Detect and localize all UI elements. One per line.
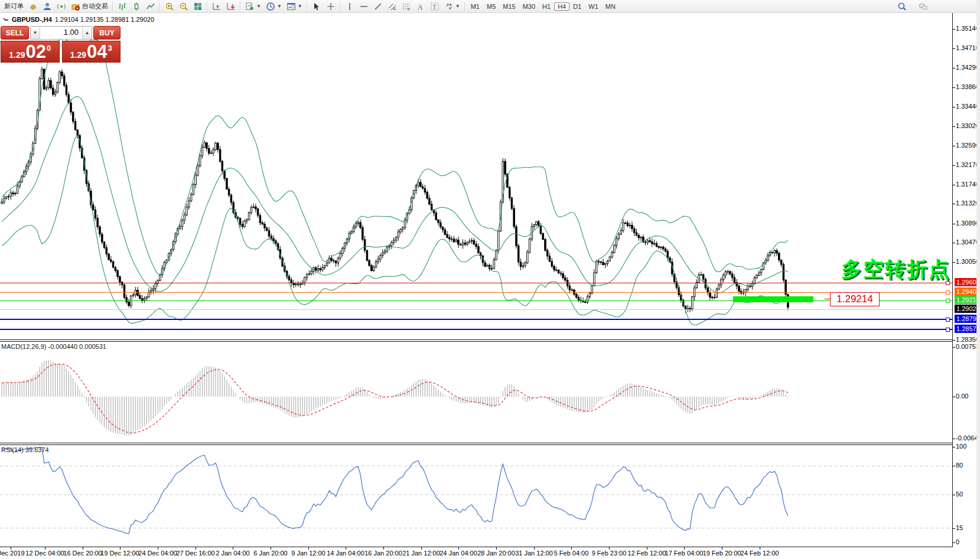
tab-timeframe-h1[interactable]: H1 — [539, 2, 554, 11]
zoom-out-icon[interactable] — [177, 1, 191, 12]
tab-timeframe-m30[interactable]: M30 — [519, 2, 539, 11]
time-tick-label: 6 Jan 20:00 — [253, 550, 288, 557]
main-toolbar: 新订单 自动交易 — [0, 0, 980, 13]
gold-bars-icon[interactable] — [26, 1, 40, 12]
time-axis-tick — [158, 547, 158, 550]
text-label-icon[interactable]: T — [428, 1, 442, 12]
rsi-panel[interactable] — [0, 444, 980, 546]
buy-price-small: 1.29 — [70, 50, 86, 60]
highlight-rectangle[interactable] — [733, 296, 813, 302]
time-axis-tick — [120, 547, 121, 550]
volume-control: ▼ 1.00 ▲ — [30, 26, 92, 40]
zoom-in-icon[interactable] — [162, 1, 177, 12]
time-tick-label: 31 Jan 12:00 — [515, 550, 553, 557]
volume-increase-button[interactable]: ▲ — [82, 27, 92, 39]
time-tick-label: Dec 2019 — [0, 550, 25, 557]
time-tick-label: 9 Feb 23:00 — [592, 550, 627, 557]
bar-chart-icon[interactable] — [115, 1, 129, 12]
time-axis-tick — [722, 547, 722, 550]
time-axis-tick — [233, 547, 233, 550]
buy-button[interactable]: BUY — [93, 26, 121, 40]
price-label-box[interactable]: 1.29214 — [830, 292, 880, 306]
svg-text:T: T — [432, 4, 436, 10]
time-axis-tick — [534, 547, 535, 550]
time-tick-label: 19 Feb 20:00 — [703, 550, 741, 557]
price-label-anchor — [825, 299, 830, 299]
auto-trading-button[interactable]: 自动交易 — [69, 1, 110, 12]
time-axis-tick — [83, 547, 83, 550]
sell-price-panel[interactable]: 1.29 02 0 — [1, 41, 60, 63]
time-axis-tick — [647, 547, 647, 550]
signal-icon[interactable] — [54, 1, 69, 12]
horizontal-line-icon[interactable] — [357, 1, 371, 12]
line-chart-icon[interactable] — [144, 1, 158, 12]
time-tick-label: 24 Jan 04:00 — [439, 550, 477, 557]
profiles-button[interactable]: ▼ — [263, 1, 284, 12]
time-axis-tick — [609, 547, 610, 550]
tab-timeframe-mn[interactable]: MN — [602, 2, 619, 11]
time-tick-label: 24 Dec 04:00 — [138, 550, 177, 557]
mt4-window: 新订单 自动交易 — [0, 0, 980, 559]
time-axis-tick — [196, 547, 196, 550]
sell-button[interactable]: SELL — [1, 26, 29, 40]
buy-price-panel[interactable]: 1.29 04 3 — [62, 41, 121, 63]
time-tick-label: 5 Feb 04:00 — [554, 550, 589, 557]
cursor-icon[interactable] — [310, 1, 324, 12]
symbol-period-label: GBPUSD-,H4 — [12, 16, 52, 23]
time-axis-tick — [571, 547, 572, 550]
main-chart[interactable] — [0, 13, 980, 341]
chat-icon[interactable] — [919, 2, 928, 11]
main-macd-divider2 — [0, 341, 953, 342]
new-order-button[interactable]: 新订单 — [2, 1, 26, 12]
tab-timeframe-d1[interactable]: D1 — [569, 2, 585, 11]
vertical-line-icon[interactable] — [343, 1, 357, 12]
time-tick-label: 9 Jan 12:00 — [291, 550, 325, 557]
time-tick-label: 16 Dec 20:00 — [63, 550, 102, 557]
tab-timeframe-m1[interactable]: M1 — [467, 2, 483, 11]
tab-timeframe-m15[interactable]: M15 — [499, 2, 519, 11]
new-order-label: 新订单 — [4, 2, 24, 11]
macd-label: MACD(12,26,9) -0.000440 0.000531 — [1, 343, 106, 350]
chart-annotation-text[interactable]: 多空转折点 — [841, 256, 950, 283]
buy-price-big: 04 — [87, 43, 107, 61]
indicators-button[interactable]: ▼ — [284, 1, 305, 12]
fibonacci-icon[interactable]: F — [399, 1, 414, 12]
time-axis-tick — [458, 547, 459, 550]
volume-decrease-button[interactable]: ▼ — [31, 27, 40, 39]
sell-price-sup: 0 — [47, 44, 51, 53]
time-tick-label: 2 Jan 04:00 — [216, 550, 250, 557]
crosshair-icon[interactable] — [324, 1, 338, 12]
time-axis-tick — [11, 547, 11, 550]
time-tick-label: 21 Jan 12:00 — [402, 550, 440, 557]
new-chart-button[interactable]: ▼ — [243, 1, 263, 12]
rsi-label: RSI(14) 39.6374 — [1, 446, 49, 453]
chart-shift-icon[interactable] — [210, 1, 224, 12]
candlestick-chart-icon[interactable] — [129, 1, 144, 12]
svg-text:E: E — [393, 7, 396, 11]
volume-input[interactable]: 1.00 — [40, 27, 82, 39]
community-icon[interactable] — [40, 1, 54, 12]
time-tick-label: 14 Jan 04:00 — [327, 550, 364, 557]
search-icon[interactable] — [897, 2, 907, 11]
time-axis-tick — [346, 547, 346, 550]
tab-timeframe-h4[interactable]: H4 — [554, 2, 569, 11]
svg-text:F: F — [408, 8, 410, 11]
ohlc-values: 1.29104 1.29135 1.28981 1.29020 — [55, 16, 154, 23]
equidistant-channel-icon[interactable]: E — [385, 1, 399, 12]
sell-price-small: 1.29 — [9, 50, 25, 60]
buy-price-sup: 3 — [108, 44, 112, 53]
macd-rsi-divider[interactable] — [0, 443, 953, 443]
tab-timeframe-m5[interactable]: M5 — [483, 2, 499, 11]
time-tick-label: 17 Feb 04:00 — [665, 550, 704, 557]
time-axis-tick — [421, 547, 422, 550]
text-tool-icon[interactable]: A — [414, 1, 428, 12]
tab-timeframe-w1[interactable]: W1 — [585, 2, 602, 11]
arrows-tool-button[interactable]: ▼ — [442, 1, 463, 12]
auto-scroll-icon[interactable] — [224, 1, 238, 12]
tile-windows-icon[interactable] — [191, 1, 205, 12]
time-tick-label: 16 Jan 20:00 — [364, 550, 402, 557]
macd-panel[interactable] — [0, 341, 980, 443]
time-axis-tick — [308, 547, 309, 550]
trendline-icon[interactable] — [371, 1, 385, 12]
main-macd-divider[interactable] — [0, 339, 953, 340]
